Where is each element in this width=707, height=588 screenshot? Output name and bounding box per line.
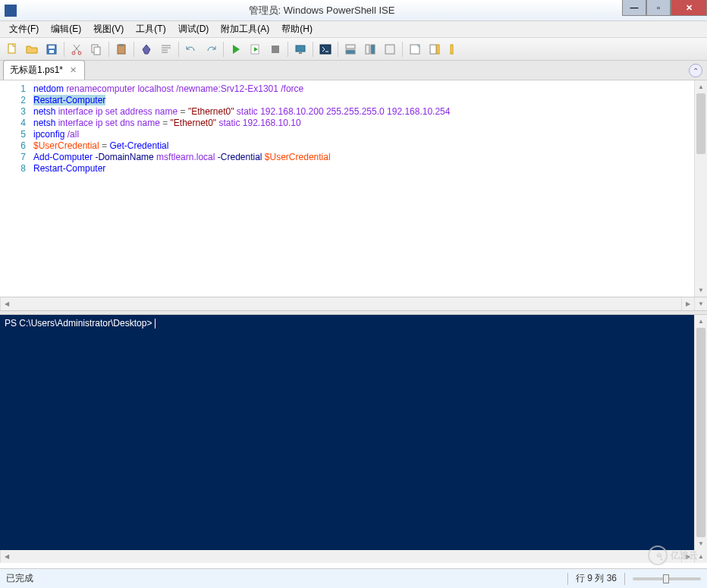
svg-rect-13	[299, 52, 302, 54]
expand-console-icon[interactable]: ▼	[694, 297, 707, 310]
toolbox-button[interactable]	[445, 40, 463, 58]
stop-button[interactable]	[266, 40, 284, 58]
statusbar: 已完成 行 9 列 36	[0, 568, 707, 588]
console-prompt: PS C:\Users\Administrator\Desktop>	[5, 318, 155, 329]
scroll-up-icon[interactable]: ▲	[695, 315, 707, 328]
collapse-console-icon[interactable]: ▲	[694, 550, 707, 563]
console-pane[interactable]: PS C:\Users\Administrator\Desktop> ▲ ▼	[0, 315, 707, 550]
collapse-script-pane-button[interactable]: ⌃	[689, 64, 702, 77]
save-button[interactable]	[42, 40, 61, 58]
menu-file[interactable]: 文件(F)	[3, 21, 45, 37]
zoom-slider[interactable]	[633, 577, 701, 580]
app-icon	[5, 5, 17, 17]
svg-rect-7	[94, 47, 100, 55]
new-file-button[interactable]	[3, 40, 21, 58]
console-horizontal-scrollbar[interactable]: ◀ ▶ ▲	[0, 550, 707, 563]
menu-tools[interactable]: 工具(T)	[130, 21, 171, 37]
menubar: 文件(F) 编辑(E) 视图(V) 工具(T) 调试(D) 附加工具(A) 帮助…	[0, 21, 707, 38]
new-remote-button[interactable]	[291, 40, 310, 58]
scroll-left-icon[interactable]: ◀	[0, 297, 13, 310]
editor-vertical-scrollbar[interactable]: ▲ ▼	[694, 80, 707, 297]
clear-button[interactable]	[137, 40, 156, 58]
svg-rect-17	[366, 45, 369, 54]
svg-rect-21	[430, 45, 436, 54]
menu-help[interactable]: 帮助(H)	[275, 21, 319, 37]
menu-edit[interactable]: 编辑(E)	[45, 21, 87, 37]
tabbar: 无标题1.ps1* ✕ ⌃	[0, 61, 707, 80]
svg-rect-11	[272, 46, 279, 53]
cursor-icon	[155, 319, 156, 329]
console-vertical-scrollbar[interactable]: ▲ ▼	[694, 315, 707, 550]
scroll-down-icon[interactable]: ▼	[695, 284, 707, 297]
redo-button[interactable]	[202, 40, 220, 58]
open-file-button[interactable]	[23, 40, 41, 58]
svg-rect-2	[49, 46, 55, 49]
line-number-gutter: 12345678	[0, 80, 32, 297]
titlebar: 管理员: Windows PowerShell ISE — ▫ ✕	[0, 0, 707, 21]
svg-rect-0	[8, 44, 15, 53]
script-editor[interactable]: 12345678 netdom renamecomputer localhost…	[0, 80, 707, 297]
find-button[interactable]	[157, 40, 175, 58]
menu-addons[interactable]: 附加工具(A)	[215, 21, 275, 37]
menu-view[interactable]: 视图(V)	[87, 21, 130, 37]
toolbar	[0, 38, 707, 61]
minimize-button[interactable]: —	[622, 0, 646, 16]
svg-rect-18	[371, 45, 375, 54]
layout-max-button[interactable]	[381, 40, 399, 58]
maximize-button[interactable]: ▫	[646, 0, 671, 16]
show-command-button[interactable]	[406, 40, 424, 58]
scroll-up-icon[interactable]: ▲	[695, 80, 707, 93]
show-command-addon-button[interactable]	[426, 40, 444, 58]
tab-close-icon[interactable]: ✕	[68, 65, 78, 76]
paste-button[interactable]	[112, 40, 130, 58]
svg-rect-12	[296, 46, 305, 52]
scroll-left-icon[interactable]: ◀	[0, 550, 13, 563]
console-output[interactable]: PS C:\Users\Administrator\Desktop>	[0, 315, 694, 550]
window-title: 管理员: Windows PowerShell ISE	[21, 4, 622, 17]
cursor-position: 行 9 列 36	[576, 572, 617, 585]
layout-script-top-button[interactable]	[341, 40, 360, 58]
undo-button[interactable]	[182, 40, 200, 58]
scroll-thumb[interactable]	[696, 328, 705, 537]
script-tab[interactable]: 无标题1.ps1* ✕	[3, 60, 85, 80]
svg-rect-16	[346, 50, 355, 54]
scroll-right-icon[interactable]: ▶	[681, 550, 694, 563]
run-selection-button[interactable]	[247, 40, 265, 58]
svg-rect-23	[451, 45, 453, 54]
code-area[interactable]: netdom renamecomputer localhost /newname…	[32, 80, 694, 297]
svg-rect-14	[320, 45, 331, 54]
layout-side-button[interactable]	[361, 40, 379, 58]
zoom-thumb[interactable]	[663, 574, 669, 583]
svg-rect-22	[437, 45, 439, 54]
svg-rect-19	[385, 45, 394, 54]
scroll-down-icon[interactable]: ▼	[695, 537, 707, 550]
cut-button[interactable]	[68, 40, 86, 58]
run-button[interactable]	[227, 40, 245, 58]
scroll-thumb[interactable]	[696, 93, 705, 154]
svg-rect-9	[119, 44, 124, 46]
close-button[interactable]: ✕	[671, 0, 707, 16]
tab-label: 无标题1.ps1*	[10, 64, 63, 77]
start-powershell-button[interactable]	[316, 40, 335, 58]
editor-horizontal-scrollbar[interactable]: ◀ ▶ ▼	[0, 297, 707, 310]
scroll-right-icon[interactable]: ▶	[681, 297, 694, 310]
window-controls: — ▫ ✕	[622, 0, 707, 20]
status-message: 已完成	[6, 572, 33, 585]
menu-debug[interactable]: 调试(D)	[172, 21, 215, 37]
svg-rect-3	[49, 50, 54, 53]
svg-rect-15	[346, 45, 355, 49]
copy-button[interactable]	[87, 40, 105, 58]
